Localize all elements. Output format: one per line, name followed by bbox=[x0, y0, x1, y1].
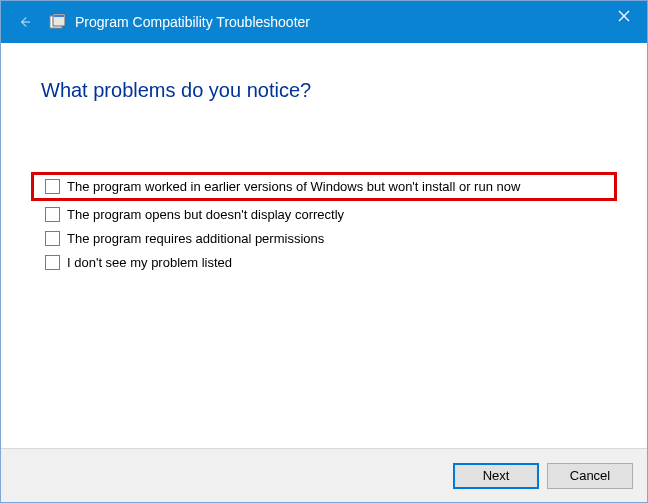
back-button bbox=[13, 11, 35, 33]
option-label[interactable]: The program worked in earlier versions o… bbox=[67, 179, 520, 194]
close-button[interactable] bbox=[601, 1, 647, 31]
problem-checklist: The program worked in earlier versions o… bbox=[41, 172, 607, 273]
content-area: What problems do you notice? The program… bbox=[1, 43, 647, 448]
window-title: Program Compatibility Troubleshooter bbox=[75, 14, 310, 30]
troubleshooter-window: Program Compatibility Troubleshooter Wha… bbox=[0, 0, 648, 503]
checkbox[interactable] bbox=[45, 255, 60, 270]
page-heading: What problems do you notice? bbox=[41, 79, 607, 102]
footer: Next Cancel bbox=[1, 448, 647, 502]
checkbox[interactable] bbox=[45, 231, 60, 246]
option-earlier-versions[interactable]: The program worked in earlier versions o… bbox=[31, 172, 617, 201]
cancel-button[interactable]: Cancel bbox=[547, 463, 633, 489]
option-additional-permissions[interactable]: The program requires additional permissi… bbox=[41, 228, 607, 249]
option-display-incorrectly[interactable]: The program opens but doesn't display co… bbox=[41, 204, 607, 225]
option-label[interactable]: The program opens but doesn't display co… bbox=[67, 207, 344, 222]
checkbox[interactable] bbox=[45, 179, 60, 194]
option-label[interactable]: The program requires additional permissi… bbox=[67, 231, 324, 246]
next-button[interactable]: Next bbox=[453, 463, 539, 489]
program-icon bbox=[49, 13, 67, 31]
checkbox[interactable] bbox=[45, 207, 60, 222]
option-not-listed[interactable]: I don't see my problem listed bbox=[41, 252, 607, 273]
titlebar: Program Compatibility Troubleshooter bbox=[1, 1, 647, 43]
svg-rect-3 bbox=[54, 15, 64, 17]
option-label[interactable]: I don't see my problem listed bbox=[67, 255, 232, 270]
